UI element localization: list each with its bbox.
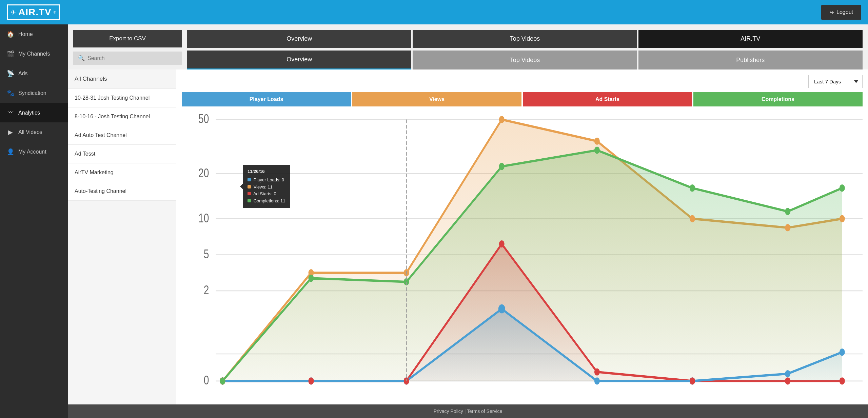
footer: Privacy Policy | Terms of Service bbox=[68, 404, 868, 418]
logo-icon: ✈ bbox=[11, 8, 16, 16]
channel-item-6[interactable]: Auto-Testing Channel bbox=[68, 182, 176, 201]
search-input[interactable] bbox=[87, 55, 177, 61]
logo-tm: ® bbox=[54, 11, 56, 14]
tab-top-videos[interactable]: Top Videos bbox=[413, 30, 637, 48]
metric-tab-completions[interactable]: Completions bbox=[693, 92, 863, 106]
svg-point-47 bbox=[785, 208, 790, 215]
channel-item-3[interactable]: Ad Auto Test Channel bbox=[68, 126, 176, 145]
sidebar-label-all-videos: All Videos bbox=[18, 129, 42, 135]
svg-text:50: 50 bbox=[198, 112, 209, 126]
main-layout: 🏠 Home 🎬 My Channels 📡 Ads 🐾 Syndication… bbox=[0, 24, 868, 418]
sidebar-label-syndication: Syndication bbox=[18, 90, 46, 96]
export-csv-button[interactable]: Export to CSV bbox=[73, 30, 182, 47]
sidebar-item-home[interactable]: 🏠 Home bbox=[0, 24, 68, 44]
footer-separator: | bbox=[465, 409, 466, 414]
tab-overview[interactable]: Overview bbox=[187, 30, 411, 48]
metric-tabs: Player Loads Views Ad Starts Completions bbox=[182, 92, 863, 106]
header: ✈ AIR.TV® ↪ Logout bbox=[0, 0, 868, 24]
sidebar-label-ads: Ads bbox=[18, 71, 28, 77]
svg-text:2: 2 bbox=[204, 283, 209, 297]
channel-label-5: AirTV Marketing bbox=[75, 170, 114, 175]
channel-label-1: 10-28-31 Josh Testing Channel bbox=[75, 95, 150, 101]
syndication-icon: 🐾 bbox=[7, 89, 14, 97]
svg-point-46 bbox=[690, 184, 695, 192]
sidebar-item-analytics[interactable]: 〰 Analytics bbox=[0, 103, 68, 122]
sidebar-label-my-account: My Account bbox=[18, 149, 46, 155]
tab-overview-2[interactable]: Overview bbox=[187, 51, 411, 69]
channel-label-4: Ad Tesst bbox=[75, 151, 95, 157]
svg-point-36 bbox=[499, 240, 505, 247]
sidebar-item-ads[interactable]: 📡 Ads bbox=[0, 64, 68, 83]
sidebar: 🏠 Home 🎬 My Channels 📡 Ads 🐾 Syndication… bbox=[0, 24, 68, 418]
chart-area: Last 7 Days Last 14 Days Last 30 Days Pl… bbox=[176, 69, 868, 404]
svg-text:20: 20 bbox=[198, 166, 209, 180]
sidebar-label-home: Home bbox=[18, 31, 33, 37]
middle-section: All Channels 10-28-31 Josh Testing Chann… bbox=[68, 69, 868, 404]
logout-icon: ↪ bbox=[829, 9, 834, 16]
home-icon: 🏠 bbox=[7, 31, 14, 38]
tab-airtv[interactable]: AIR.TV bbox=[638, 30, 863, 48]
channel-item-5[interactable]: AirTV Marketing bbox=[68, 163, 176, 182]
channel-label-6: Auto-Testing Channel bbox=[75, 188, 126, 194]
svg-point-38 bbox=[690, 377, 695, 384]
chart-svg: 50 20 10 5 2 0 bbox=[182, 111, 863, 399]
channel-label-2: 8-10-16 - Josh Testing Channel bbox=[75, 114, 150, 119]
svg-point-34 bbox=[308, 377, 314, 384]
date-filter-select[interactable]: Last 7 Days Last 14 Days Last 30 Days bbox=[808, 75, 863, 88]
svg-point-45 bbox=[594, 146, 600, 154]
svg-point-29 bbox=[594, 138, 600, 145]
logo-box: ✈ AIR.TV® bbox=[7, 4, 60, 20]
ads-icon: 📡 bbox=[7, 70, 14, 77]
sidebar-item-my-channels[interactable]: 🎬 My Channels bbox=[0, 44, 68, 64]
sidebar-item-syndication[interactable]: 🐾 Syndication bbox=[0, 83, 68, 103]
svg-point-21 bbox=[594, 377, 600, 384]
privacy-policy-link[interactable]: Privacy Policy bbox=[434, 409, 463, 414]
sidebar-label-analytics: Analytics bbox=[18, 110, 40, 116]
right-tabs: Overview Top Videos AIR.TV Overview Top … bbox=[187, 30, 863, 69]
channel-list: All Channels 10-28-31 Josh Testing Chann… bbox=[68, 69, 176, 404]
svg-point-40 bbox=[840, 377, 845, 384]
export-label: Export to CSV bbox=[109, 35, 146, 42]
tab-top-videos-2[interactable]: Top Videos bbox=[413, 51, 637, 69]
svg-point-23 bbox=[785, 370, 790, 377]
channel-item-4[interactable]: Ad Tesst bbox=[68, 145, 176, 163]
channel-item-all[interactable]: All Channels bbox=[68, 69, 176, 89]
metric-tab-ad-starts[interactable]: Ad Starts bbox=[523, 92, 692, 106]
content-area: Export to CSV 🔍 Overview Top Videos A bbox=[68, 24, 868, 418]
search-icon: 🔍 bbox=[78, 55, 85, 61]
left-controls: Export to CSV 🔍 bbox=[73, 30, 182, 65]
metric-tab-views[interactable]: Views bbox=[352, 92, 521, 106]
channel-item-1[interactable]: 10-28-31 Josh Testing Channel bbox=[68, 89, 176, 107]
svg-text:0: 0 bbox=[204, 373, 209, 387]
svg-point-37 bbox=[594, 369, 600, 376]
logo: ✈ AIR.TV® bbox=[7, 4, 60, 20]
logout-button[interactable]: ↪ Logout bbox=[821, 5, 861, 20]
svg-point-44 bbox=[499, 163, 505, 170]
svg-point-31 bbox=[785, 224, 790, 231]
svg-point-41 bbox=[220, 377, 225, 384]
sidebar-item-my-account[interactable]: 👤 My Account bbox=[0, 142, 68, 162]
tabs-row-1: Overview Top Videos AIR.TV bbox=[187, 30, 863, 48]
svg-point-28 bbox=[499, 116, 505, 123]
all-videos-icon: ▶ bbox=[7, 128, 14, 136]
tab-publishers[interactable]: Publishers bbox=[638, 51, 863, 69]
svg-point-24 bbox=[840, 349, 845, 356]
tos-link[interactable]: Terms of Service bbox=[467, 409, 502, 414]
svg-point-39 bbox=[785, 377, 790, 384]
logout-label: Logout bbox=[836, 9, 853, 15]
metric-tab-player-loads[interactable]: Player Loads bbox=[182, 92, 351, 106]
sidebar-item-all-videos[interactable]: ▶ All Videos bbox=[0, 122, 68, 142]
tabs-row-2: Overview Top Videos Publishers bbox=[187, 51, 863, 69]
channel-label-all: All Channels bbox=[75, 76, 107, 82]
channel-item-2[interactable]: 8-10-16 - Josh Testing Channel bbox=[68, 107, 176, 126]
svg-point-30 bbox=[690, 215, 695, 222]
sidebar-label-my-channels: My Channels bbox=[18, 51, 50, 57]
top-section: Export to CSV 🔍 Overview Top Videos A bbox=[68, 24, 868, 69]
svg-point-48 bbox=[840, 184, 845, 192]
search-box: 🔍 bbox=[73, 52, 182, 65]
svg-point-20 bbox=[498, 304, 505, 314]
svg-point-42 bbox=[308, 275, 314, 282]
svg-text:5: 5 bbox=[204, 247, 209, 261]
channel-label-3: Ad Auto Test Channel bbox=[75, 132, 127, 138]
chart-container: 50 20 10 5 2 0 bbox=[182, 111, 863, 399]
